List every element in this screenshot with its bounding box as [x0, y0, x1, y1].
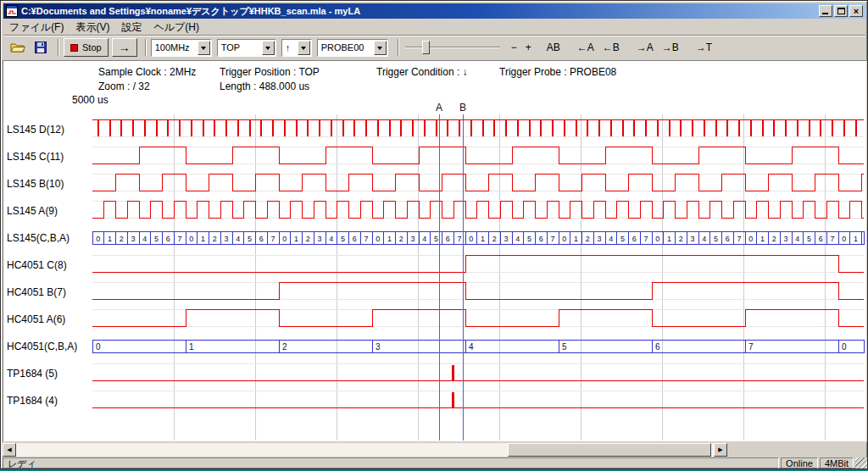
scrollbar-thumb[interactable]: [508, 443, 711, 457]
zoom-text: Zoom : / 32: [98, 80, 150, 92]
save-floppy-icon: [35, 42, 47, 53]
stop-label: Stop: [82, 42, 102, 53]
title-bar[interactable]: C:¥Documents and Settings¥noname¥デスクトップ¥…: [3, 3, 865, 19]
clock-select[interactable]: 100MHz: [151, 39, 212, 57]
left-to-b-button[interactable]: ←B: [598, 38, 624, 57]
toolbar: Stop → 100MHz TOP ↑ PROBE00 −+AB←A←B→A→B…: [3, 35, 865, 59]
menu-help[interactable]: ヘルプ(H): [147, 19, 205, 36]
chevron-down-icon[interactable]: [262, 41, 275, 55]
trigger-edge-select[interactable]: ↑: [281, 39, 312, 57]
trigger-position-text: Trigger Position : TOP: [220, 66, 320, 78]
right-to-a-button[interactable]: →A: [632, 38, 658, 57]
zoom-in-button[interactable]: +: [521, 38, 536, 57]
probe-select[interactable]: PROBE00: [317, 39, 388, 57]
save-button[interactable]: [31, 38, 51, 57]
maximize-button[interactable]: [834, 5, 848, 17]
chevron-down-icon[interactable]: [374, 41, 387, 55]
status-ready: レディ: [3, 457, 779, 469]
zoom-slider[interactable]: [405, 38, 500, 57]
trigger-condition-text: Trigger Condition : ↓: [376, 66, 468, 78]
right-to-b-button[interactable]: →B: [658, 38, 683, 57]
scroll-left-button[interactable]: ◀: [3, 443, 16, 457]
menu-settings[interactable]: 設定: [115, 19, 147, 36]
chevron-down-icon[interactable]: [198, 41, 210, 55]
app-window: C:¥Documents and Settings¥noname¥デスクトップ¥…: [0, 0, 868, 469]
open-folder-icon: [10, 42, 25, 53]
status-bar: レディ Online 4MBit: [3, 457, 867, 469]
window-title: C:¥Documents and Settings¥noname¥デスクトップ¥…: [21, 5, 817, 18]
menu-file[interactable]: ファイル(F): [3, 19, 70, 36]
minimize-icon: [822, 13, 828, 14]
trigger-position-select[interactable]: TOP: [217, 39, 276, 57]
toolbar-separator: [145, 39, 147, 56]
time-per-div-text: 5000 us: [72, 94, 108, 106]
scroll-right-button[interactable]: ▶: [714, 443, 727, 457]
toolbar-nav-buttons: −+AB←A←B→A→B→T: [507, 38, 716, 57]
sample-clock-text: Sample Clock : 2MHz: [98, 66, 196, 78]
length-text: Length : 488.000 us: [220, 80, 309, 92]
waveform-panel: [3, 60, 867, 442]
menu-bar: ファイル(F)表示(V)設定ヘルプ(H): [3, 19, 865, 35]
to-trigger-button[interactable]: →T: [692, 38, 716, 57]
maximize-icon: [837, 8, 845, 14]
run-button[interactable]: →: [112, 38, 137, 57]
close-button[interactable]: ×: [849, 5, 863, 17]
chevron-down-icon[interactable]: [298, 41, 310, 55]
clock-select-value: 100MHz: [155, 42, 190, 53]
stop-icon: [70, 44, 78, 52]
zoom-out-button[interactable]: −: [507, 38, 521, 57]
app-icon: [6, 5, 18, 17]
trigger-probe-text: Trigger Probe : PROBE08: [499, 66, 616, 78]
open-button[interactable]: [8, 38, 28, 57]
zoom-slider-thumb[interactable]: [422, 41, 430, 54]
trigger-position-value: TOP: [221, 42, 240, 53]
run-arrow-icon: →: [119, 41, 131, 54]
toolbar-separator: [398, 39, 399, 56]
zoom-slider-track[interactable]: [405, 47, 500, 48]
toolbar-separator: [58, 39, 59, 56]
left-to-a-button[interactable]: ←A: [573, 38, 598, 57]
status-online: Online: [781, 457, 818, 469]
menu-view[interactable]: 表示(V): [70, 19, 115, 36]
probe-select-value: PROBE00: [321, 42, 364, 53]
status-memory: 4MBit: [820, 457, 854, 469]
minimize-button[interactable]: [819, 5, 832, 17]
stop-button[interactable]: Stop: [64, 38, 108, 57]
trigger-edge-value: ↑: [286, 42, 291, 53]
horizontal-scrollbar[interactable]: ◀ ▶: [3, 443, 727, 457]
ab-button[interactable]: AB: [542, 38, 565, 57]
resize-grip[interactable]: [855, 457, 867, 469]
